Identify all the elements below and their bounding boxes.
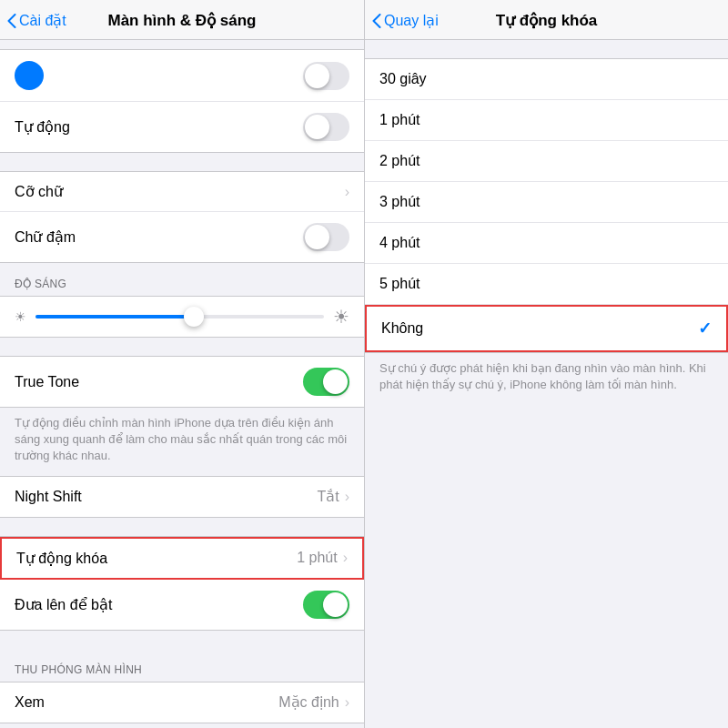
right-panel-desc: Sự chú ý được phát hiện khi bạn đang nhì… <box>365 353 728 404</box>
tu-dong-khoa-value: 1 phút <box>297 550 337 566</box>
checkmark-icon: ✓ <box>698 318 712 339</box>
top-card: Tự động <box>0 49 364 153</box>
night-shift-label: Night Shift <box>15 489 317 505</box>
option-2p[interactable]: 2 phút <box>365 141 728 182</box>
thu-phong-section-label: THU PHÓNG MÀN HÌNH <box>0 649 364 682</box>
thu-phong-card: Xem Mặc định › <box>0 682 364 723</box>
xem-label: Xem <box>15 694 278 711</box>
chu-dam-row: Chữ đậm <box>0 212 364 262</box>
co-chu-label: Cỡ chữ <box>15 183 345 200</box>
true-tone-toggle[interactable] <box>303 368 349 396</box>
right-nav-title: Tự động khóa <box>496 11 598 30</box>
co-chu-chevron: › <box>345 184 349 200</box>
chu-dam-label: Chữ đậm <box>15 228 303 246</box>
co-chu-row[interactable]: Cỡ chữ › <box>0 172 364 212</box>
option-30s[interactable]: 30 giây <box>365 59 728 100</box>
left-back-label: Cài đặt <box>19 12 66 29</box>
left-back-button[interactable]: Cài đặt <box>7 12 66 29</box>
display-options-card: True Tone <box>0 356 364 408</box>
right-nav-header: Quay lại Tự động khóa <box>365 0 728 40</box>
night-shift-card: Night Shift Tắt › <box>0 476 364 518</box>
true-tone-row: True Tone <box>0 357 364 407</box>
true-tone-desc: Tự động điều chỉnh màn hình iPhone dựa t… <box>0 408 364 476</box>
night-shift-chevron: › <box>345 489 349 505</box>
auto-toggle[interactable] <box>303 62 349 90</box>
xem-chevron: › <box>345 694 349 711</box>
dua-len-toggle[interactable] <box>303 591 349 619</box>
xem-value: Mặc định <box>278 693 339 711</box>
xem-row[interactable]: Xem Mặc định › <box>0 682 364 723</box>
night-shift-value: Tắt <box>317 488 339 505</box>
auto-lock-card: Tự động khóa 1 phút › Đưa lên để bật <box>0 536 364 631</box>
tu-dong-khoa-row[interactable]: Tự động khóa 1 phút › <box>0 537 364 580</box>
auto-lock-options: 30 giây 1 phút 2 phút 3 phút 4 phút 5 ph… <box>365 58 728 353</box>
brightness-slider[interactable] <box>35 315 324 318</box>
option-3p[interactable]: 3 phút <box>365 182 728 223</box>
xem-desc: Chọn một chế độ xem cho iPhone. Chữ lớn … <box>0 723 364 728</box>
tu-dong-row: Tự động <box>0 102 364 152</box>
right-back-button[interactable]: Quay lại <box>372 12 439 29</box>
do-sang-section-label: ĐỘ SÁNG <box>0 263 364 296</box>
dua-len-label: Đưa lên để bật <box>15 596 303 613</box>
chu-dam-toggle[interactable] <box>303 223 349 251</box>
left-panel: Cài đặt Màn hình & Độ sáng Tự động Cỡ ch… <box>0 0 364 728</box>
option-1p[interactable]: 1 phút <box>365 100 728 141</box>
brightness-row: ☀ ☀ <box>0 296 364 338</box>
option-5p[interactable]: 5 phút <box>365 264 728 305</box>
tu-dong-khoa-label: Tự động khóa <box>16 550 297 567</box>
tu-dong-toggle[interactable] <box>303 113 349 141</box>
night-shift-row[interactable]: Night Shift Tắt › <box>0 477 364 517</box>
right-back-label: Quay lại <box>384 12 439 29</box>
left-nav-header: Cài đặt Màn hình & Độ sáng <box>0 0 364 40</box>
right-panel: Quay lại Tự động khóa 30 giây 1 phút 2 p… <box>364 0 728 728</box>
font-card: Cỡ chữ › Chữ đậm <box>0 171 364 263</box>
brightness-high-icon: ☀ <box>333 306 349 328</box>
left-nav-title: Màn hình & Độ sáng <box>108 11 257 30</box>
tu-dong-khoa-chevron: › <box>343 550 348 566</box>
brightness-low-icon: ☀ <box>15 309 26 324</box>
blue-circle-icon <box>15 61 44 90</box>
true-tone-label: True Tone <box>15 374 303 390</box>
option-4p[interactable]: 4 phút <box>365 223 728 264</box>
option-khong[interactable]: Không ✓ <box>365 305 728 352</box>
tu-dong-label: Tự động <box>15 118 303 136</box>
top-partial-row <box>0 50 364 102</box>
dua-len-row: Đưa lên để bật <box>0 580 364 630</box>
